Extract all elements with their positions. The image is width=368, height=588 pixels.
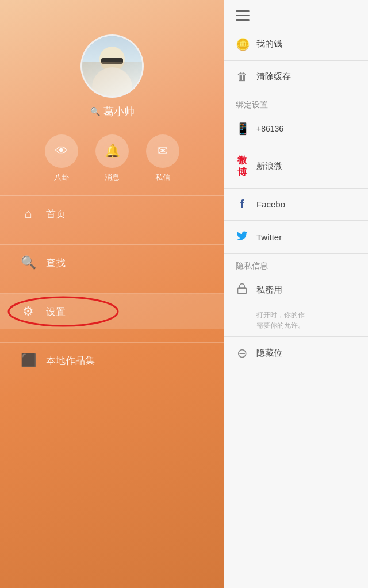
- mail-label: 私信: [155, 172, 170, 183]
- nav-search-label: 查找: [46, 256, 66, 270]
- weibo-icon: 微博: [236, 155, 248, 179]
- mail-icon[interactable]: ✉: [146, 134, 179, 168]
- hide-location-label: 隐藏位: [256, 348, 282, 359]
- nav-item-search[interactable]: 🔍 查找: [0, 245, 224, 280]
- right-header: [224, 0, 368, 28]
- hamburger-menu[interactable]: [236, 10, 250, 21]
- clear-cache-label: 清除缓存: [256, 71, 291, 82]
- search-nav-icon: 🔍: [21, 255, 36, 270]
- hamburger-line-3: [236, 19, 250, 21]
- facebook-icon: f: [236, 198, 248, 211]
- nav-item-settings[interactable]: ⚙ 设置: [0, 294, 224, 329]
- right-menu-phone[interactable]: 📱 +86136: [224, 113, 368, 145]
- search-icon: 🔍: [90, 107, 100, 116]
- username-row: 🔍 葛小帅: [90, 105, 135, 118]
- trash-icon: 🗑: [236, 70, 248, 83]
- nav-settings-label: 设置: [46, 305, 66, 318]
- gossip-label: 八卦: [54, 172, 69, 183]
- nav-home-label: 首页: [46, 207, 66, 221]
- phone-label: +86136: [256, 124, 283, 133]
- gossip-icon[interactable]: 👁: [45, 134, 78, 168]
- facebook-label: Facebo: [256, 199, 285, 209]
- avatar[interactable]: [80, 34, 144, 98]
- message-label: 消息: [105, 172, 120, 183]
- right-menu-facebook[interactable]: f Facebo: [224, 189, 368, 220]
- nav-list: ⌂ 首页 🔍 查找 ⚙ 设置 ⬛ 本地作品集: [0, 196, 224, 391]
- action-message[interactable]: 🔔 消息: [95, 134, 129, 183]
- bind-settings-header: 绑定设置: [224, 93, 368, 113]
- action-gossip[interactable]: 👁 八卦: [45, 134, 78, 183]
- phone-icon: 📱: [236, 122, 248, 136]
- hide-location-icon: ⊖: [236, 346, 248, 361]
- nav-local-label: 本地作品集: [46, 354, 95, 367]
- local-icon: ⬛: [21, 353, 36, 368]
- action-mail[interactable]: ✉ 私信: [146, 134, 179, 183]
- twitter-label: Twitter: [256, 232, 282, 242]
- lock-icon: [236, 283, 248, 297]
- right-menu-wallet[interactable]: 🪙 我的钱: [224, 28, 368, 60]
- wallet-label: 我的钱: [256, 39, 282, 49]
- privacy-description: 打开时，你的作需要你的允许。: [224, 306, 368, 336]
- right-menu-clear-cache[interactable]: 🗑 清除缓存: [224, 61, 368, 93]
- private-label: 私密用: [256, 285, 282, 295]
- right-menu-weibo[interactable]: 微博 新浪微: [224, 145, 368, 188]
- svg-rect-1: [238, 288, 247, 293]
- nav-item-home[interactable]: ⌂ 首页: [0, 196, 224, 232]
- home-icon: ⌂: [21, 206, 36, 221]
- right-menu-twitter[interactable]: Twitter: [224, 221, 368, 253]
- hamburger-line-1: [236, 10, 250, 12]
- hamburger-line-2: [236, 15, 250, 17]
- weibo-label: 新浪微: [256, 161, 282, 172]
- wallet-icon: 🪙: [236, 37, 248, 51]
- left-panel: 🔍 葛小帅 👁 八卦 🔔 消息 ✉ 私信 ⌂ 首页 🔍 查找: [0, 0, 224, 588]
- privacy-header: 隐私信息: [224, 254, 368, 274]
- action-icons-row: 👁 八卦 🔔 消息 ✉ 私信: [45, 134, 179, 183]
- settings-icon: ⚙: [21, 304, 36, 319]
- twitter-icon: [236, 230, 248, 244]
- username-label: 葛小帅: [103, 105, 135, 118]
- right-menu-private[interactable]: 私密用: [224, 274, 368, 306]
- divider-local: [0, 391, 224, 391]
- nav-item-local[interactable]: ⬛ 本地作品集: [0, 343, 224, 378]
- message-icon[interactable]: 🔔: [95, 134, 129, 168]
- right-menu-hide-location[interactable]: ⊖ 隐藏位: [224, 337, 368, 370]
- right-panel: 🪙 我的钱 🗑 清除缓存 绑定设置 📱 +86136 微博 新浪微 f Face…: [224, 0, 368, 588]
